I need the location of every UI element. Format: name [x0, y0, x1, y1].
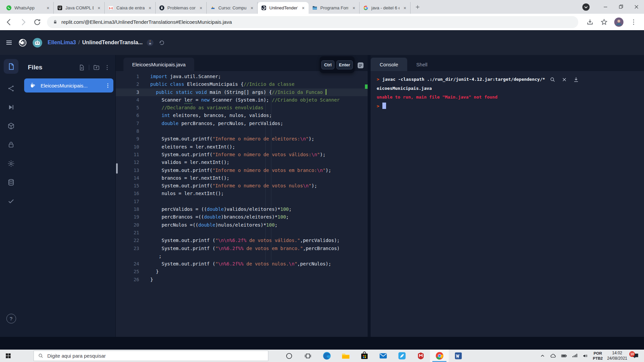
tab-close-icon[interactable]: × [45, 5, 51, 11]
tab-close-icon[interactable]: × [198, 5, 204, 11]
url-text[interactable]: replit.com/@EllenLima3/UnlinedTenderTran… [61, 19, 232, 25]
minimize-button[interactable] [598, 0, 613, 14]
token: public [150, 81, 167, 87]
tab-close-icon[interactable]: × [249, 5, 255, 11]
sidebar-tool-packages[interactable] [7, 122, 15, 130]
line-number: 16 [116, 190, 142, 197]
browser-tab[interactable]: Curso: Computaç× [207, 2, 258, 14]
editor-tab[interactable]: EleicoesMunicipais.java [123, 58, 194, 71]
console-output[interactable]: >javac -classpath .:/run_dir/junit-4.12.… [371, 71, 644, 111]
clock[interactable]: 14:02 24/08/2021 [607, 351, 627, 361]
taskbar-app-explorer[interactable] [336, 350, 355, 362]
reload-icon[interactable] [33, 18, 42, 26]
tray-battery-icon[interactable] [561, 353, 567, 359]
taskbar-app-mail[interactable] [374, 350, 392, 362]
file-item-selected[interactable]: EleicoesMunicipais... ⋮ [24, 78, 113, 93]
taskbar-app-edge[interactable] [317, 350, 336, 362]
sidebar-tool-files[interactable] [4, 59, 18, 74]
add-file-icon[interactable] [78, 64, 85, 71]
restore-button[interactable] [613, 0, 629, 14]
tray-network-icon[interactable] [572, 353, 578, 359]
token: )brancos/eleitores)* [221, 214, 278, 220]
taskbar-app-mcafee[interactable] [411, 350, 430, 362]
new-tab-button[interactable] [413, 2, 423, 12]
replit-logo-icon[interactable] [18, 38, 27, 47]
hamburger-menu-icon[interactable] [5, 39, 13, 47]
tray-chevron-up-icon[interactable] [539, 353, 546, 359]
console-line: > [377, 102, 639, 111]
taskbar-app-cortana[interactable] [280, 350, 299, 362]
console-tab-console[interactable]: Console [371, 58, 407, 71]
sidebar-tool-checks[interactable] [7, 197, 15, 205]
sidebar-tool-secrets[interactable] [7, 141, 15, 149]
console-action-console-search[interactable] [549, 76, 556, 83]
tab-title: Problemas com C [167, 5, 196, 10]
taskbar-app-lightshot[interactable] [392, 350, 411, 362]
line-number: 3 [116, 88, 142, 96]
tab-close-icon[interactable]: × [301, 5, 306, 11]
breadcrumb-username[interactable]: EllenLima3 [48, 40, 76, 46]
tab-close-icon[interactable]: × [96, 5, 102, 11]
breadcrumb-project[interactable]: UnlinedTenderTransla... [82, 40, 143, 46]
code-editor[interactable]: 1import java.util.Scanner;2public class … [116, 71, 368, 284]
taskbar-app-taskview[interactable] [299, 350, 317, 362]
browser-menu-icon[interactable] [630, 18, 638, 26]
taskbar-app-chrome[interactable] [430, 350, 449, 362]
browser-tab[interactable]: Programa Fonte e× [309, 2, 360, 14]
console-tab-shell[interactable]: Shell [407, 58, 436, 71]
browser-tab[interactable]: Problemas com C× [156, 2, 207, 14]
pane-drag-handle[interactable] [116, 163, 118, 174]
tray-cloud-icon[interactable] [550, 353, 556, 359]
files-menu-icon[interactable] [104, 64, 111, 71]
taskbar-app-word[interactable] [449, 350, 468, 362]
java-language-icon [146, 39, 154, 47]
minimize-icon [602, 4, 609, 10]
token: "Informe o numero de votos nulos [212, 183, 303, 188]
code-line: 18 percValidos = ((double)validos/eleito… [116, 205, 368, 213]
language-indicator[interactable]: POR PTB2 [593, 351, 603, 361]
user-avatar[interactable] [32, 38, 43, 48]
action-center-button[interactable]: 10 [632, 352, 641, 360]
browser-tab[interactable]: Caixa de entrada (× [105, 2, 156, 14]
console-action-console-clear[interactable] [561, 76, 568, 83]
browser-tab[interactable]: Java COMPL ETO P× [54, 2, 105, 14]
sidebar-tool-database[interactable] [7, 178, 15, 186]
tray-volume-icon[interactable] [582, 353, 589, 359]
taskbar-app-store[interactable] [355, 350, 374, 362]
back-icon[interactable] [5, 18, 13, 26]
replit-header: EllenLima3 / UnlinedTenderTransla... Run… [0, 30, 644, 55]
code-line: 20 percNulos =((double)nulos/eleitores)*… [116, 221, 368, 229]
file-menu-icon[interactable]: ⋮ [105, 84, 110, 86]
install-icon[interactable] [586, 18, 594, 26]
profile-avatar[interactable] [614, 17, 624, 27]
close-button[interactable] [629, 0, 644, 14]
history-icon[interactable] [158, 39, 165, 46]
url-bar[interactable]: replit.com/@EllenLima3/UnlinedTenderTran… [47, 16, 578, 28]
console-action-scroll-end[interactable] [573, 76, 579, 83]
taskbar-search[interactable]: Digite aqui para pesquisar [34, 351, 268, 361]
browser-tab[interactable]: java - deitel 6 edi× [360, 2, 411, 14]
sidebar-tool-run-config[interactable] [7, 103, 15, 111]
editor-pane[interactable]: EleicoesMunicipais.java 1import java.uti… [116, 55, 368, 337]
browser-tab[interactable]: WhatsApp× [3, 2, 54, 14]
media-control-icon[interactable] [582, 3, 590, 11]
tab-close-icon[interactable]: × [351, 5, 357, 11]
tab-close-icon[interactable]: × [147, 5, 153, 11]
sidebar-tool-settings[interactable] [7, 160, 15, 168]
help-button[interactable]: ? [6, 314, 16, 323]
token: percBrancos =(( [150, 214, 204, 220]
token: 100 [277, 214, 286, 220]
token: nulos = ler.nextInt(); [150, 191, 224, 196]
token [150, 121, 162, 126]
start-button[interactable] [0, 350, 16, 362]
bookmark-star-icon[interactable] [600, 18, 608, 26]
code-text: //Declarando as variaveis envolvidas [150, 104, 263, 112]
sidebar-tool-share[interactable] [7, 84, 15, 93]
add-folder-icon[interactable] [93, 64, 100, 71]
forward-icon[interactable] [19, 18, 28, 26]
line-number: 19 [116, 213, 142, 221]
tab-close-icon[interactable]: × [402, 5, 408, 11]
code-text: ; [150, 252, 162, 260]
browser-tab[interactable]: UnlinedTenderTra× [258, 2, 309, 14]
output-log-icon[interactable] [357, 62, 364, 69]
